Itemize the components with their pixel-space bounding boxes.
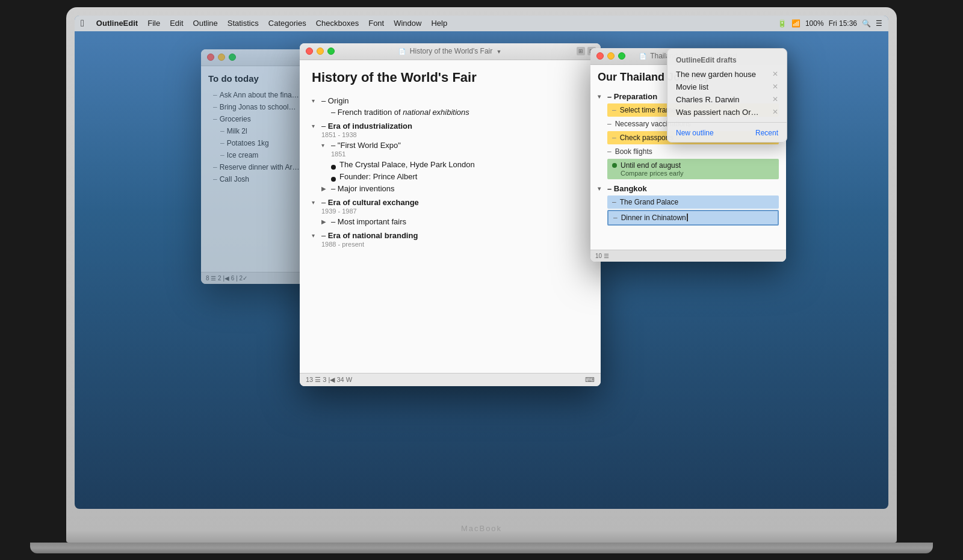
menubar:  OutlineEdit File Edit Outline Statisti… — [75, 16, 888, 31]
drafts-dropdown: OutlineEdit drafts The new garden house … — [667, 48, 787, 143]
draft-close-3[interactable]: ✕ — [772, 108, 778, 116]
chevron-bangkok[interactable]: ▾ — [598, 185, 605, 192]
outline-row-origin: ▾ – Origin — [312, 95, 589, 106]
todo-item-milk: – Milk 2l — [208, 127, 314, 135]
text-cursor — [687, 214, 688, 221]
history-doc-title: History of the World's Fair — [312, 70, 589, 85]
apple-menu[interactable]:  — [81, 18, 84, 29]
grand-palace-item[interactable]: – The Grand Palace — [607, 195, 779, 209]
todo-item-1: – Ask Ann about the fina… — [208, 91, 314, 99]
chevron-preparation[interactable]: ▾ — [598, 93, 605, 100]
minimize-button-thailand[interactable] — [607, 52, 615, 60]
new-outline-button[interactable]: New outline — [676, 129, 714, 137]
chevron-origin[interactable]: ▾ — [312, 97, 321, 104]
menu-outline[interactable]: Outline — [193, 19, 218, 28]
draft-item-2[interactable]: Charles R. Darwin ✕ — [667, 93, 787, 106]
chevron-industrial[interactable]: ▾ — [312, 123, 321, 129]
todo-item-icecream: – Ice cream — [208, 151, 314, 159]
outline-row-cultural: ▾ – Era of cultural exchange 1939 - 1987 — [312, 197, 589, 216]
outline-section-national: ▾ – Era of national branding 1988 - pres… — [312, 230, 589, 249]
maximize-button-thailand[interactable] — [618, 52, 625, 60]
menu-checkboxes[interactable]: Checkboxes — [316, 19, 359, 28]
history-statusbar: 13 ☰ 3 |◀ 34 W ⌨ — [300, 373, 601, 386]
drafts-title: OutlineEdit drafts — [667, 54, 787, 68]
recent-button[interactable]: Recent — [755, 129, 778, 137]
menu-edit[interactable]: Edit — [170, 19, 183, 28]
outline-row-industrial: ▾ – Era of industrialization 1851 - 1938 — [312, 120, 589, 140]
macbook-base — [30, 543, 933, 553]
drafts-divider — [667, 122, 787, 123]
todo-item-groceries: – Groceries — [208, 115, 314, 123]
until-august-item[interactable]: Until end of august Compare prices early — [607, 159, 779, 179]
thailand-statusbar: 10 ☰ — [590, 250, 786, 262]
traffic-lights-thailand — [596, 52, 625, 60]
traffic-lights-history — [306, 48, 335, 55]
history-titlebar: 📄 History of the World's Fair ▼ ⊞ ⊡ — [300, 43, 601, 60]
dinner-chinatown-item[interactable]: – Dinner in Chinatown — [607, 210, 779, 226]
drafts-footer: New outline Recent — [667, 126, 787, 137]
close-button-history[interactable] — [306, 48, 313, 55]
todo-item-reserve: – Reserve dinner with Ar… — [208, 163, 314, 171]
outline-row-firstexpo: ▾ – "First World Expo" 1851 — [312, 140, 589, 159]
battery-percent: 100% — [805, 19, 824, 28]
outline-section-cultural: ▾ – Era of cultural exchange 1939 - 1987… — [312, 197, 589, 227]
menu-statistics[interactable]: Statistics — [228, 19, 259, 28]
chevron-national[interactable]: ▾ — [312, 232, 321, 239]
outline-row-major: ▶ – Major inventions — [312, 183, 589, 194]
chevron-major[interactable]: ▶ — [321, 185, 331, 192]
outline-row-crystal: The Crystal Palace, Hyde Park London — [312, 159, 589, 171]
draft-item-1[interactable]: Movie list ✕ — [667, 81, 787, 93]
draft-item-3[interactable]: Was passiert nach Or… ✕ — [667, 106, 787, 118]
close-button-todo[interactable] — [207, 54, 214, 61]
menu-font[interactable]: Font — [368, 19, 384, 28]
history-kb-icon: ⌨ — [585, 376, 595, 384]
menu-file[interactable]: File — [147, 19, 160, 28]
outline-section-origin: ▾ – Origin – French tradition of nationa… — [312, 95, 589, 118]
outline-row-national: ▾ – Era of national branding 1988 - pres… — [312, 230, 589, 249]
minimize-button-todo[interactable] — [218, 54, 225, 61]
chevron-mostimportant[interactable]: ▶ — [321, 218, 331, 225]
traffic-lights-todo — [207, 54, 236, 61]
outline-section-industrial: ▾ – Era of industrialization 1851 - 1938… — [312, 120, 589, 194]
app-name[interactable]: OutlineEdit — [96, 19, 138, 28]
menu-help[interactable]: Help — [431, 19, 447, 28]
green-dot — [612, 163, 617, 168]
maximize-button-history[interactable] — [327, 48, 335, 55]
todo-item-potatoes: – Potatoes 1kg — [208, 139, 314, 147]
menu-window[interactable]: Window — [394, 19, 421, 28]
chevron-cultural[interactable]: ▾ — [312, 199, 321, 206]
list-icon[interactable]: ☰ — [876, 19, 882, 28]
close-button-thailand[interactable] — [596, 52, 604, 60]
menubar-right: 🔋 📶 100% Fri 15:36 🔍 ☰ — [778, 19, 882, 28]
draft-close-2[interactable]: ✕ — [772, 95, 778, 103]
bangkok-header: ▾ – Bangkok — [598, 183, 779, 194]
bullet-crystal — [331, 165, 336, 170]
maximize-button-todo[interactable] — [229, 54, 236, 61]
search-icon[interactable]: 🔍 — [862, 19, 871, 28]
menubar-items: File Edit Outline Statistics Categories … — [147, 19, 768, 28]
outline-row-founder: Founder: Prince Albert — [312, 171, 589, 183]
menu-categories[interactable]: Categories — [268, 19, 306, 28]
todo-title: To do today — [208, 73, 314, 84]
draft-close-0[interactable]: ✕ — [772, 70, 778, 78]
battery-icon: 🔋 — [778, 19, 787, 28]
window-history[interactable]: 📄 History of the World's Fair ▼ ⊞ ⊡ Hist… — [300, 43, 601, 386]
book-flights-item: – Book flights — [598, 146, 779, 158]
draft-item-0[interactable]: The new garden house ✕ — [667, 68, 787, 81]
outline-row-mostimportant: ▶ – Most important fairs — [312, 216, 589, 227]
desktop: To do today – Ask Ann about the fina… – … — [75, 31, 888, 509]
todo-item-2: – Bring Jonas to school… — [208, 103, 314, 111]
history-btn-1[interactable]: ⊞ — [577, 47, 585, 55]
todo-item-calljosh: – Call Josh — [208, 175, 314, 183]
bullet-founder — [331, 177, 336, 182]
outline-row-french: – French tradition of national exhibitio… — [312, 106, 589, 118]
minimize-button-history[interactable] — [317, 48, 324, 55]
clock: Fri 15:36 — [829, 19, 857, 28]
chevron-firstexpo[interactable]: ▾ — [321, 142, 331, 149]
thailand-bangkok: ▾ – Bangkok – The Grand Palace – — [598, 183, 779, 226]
history-window-title: 📄 History of the World's Fair ▼ — [306, 47, 595, 55]
wifi-icon: 📶 — [791, 19, 800, 28]
history-content: History of the World's Fair ▾ – Origin –… — [300, 60, 601, 373]
draft-close-1[interactable]: ✕ — [772, 82, 778, 91]
